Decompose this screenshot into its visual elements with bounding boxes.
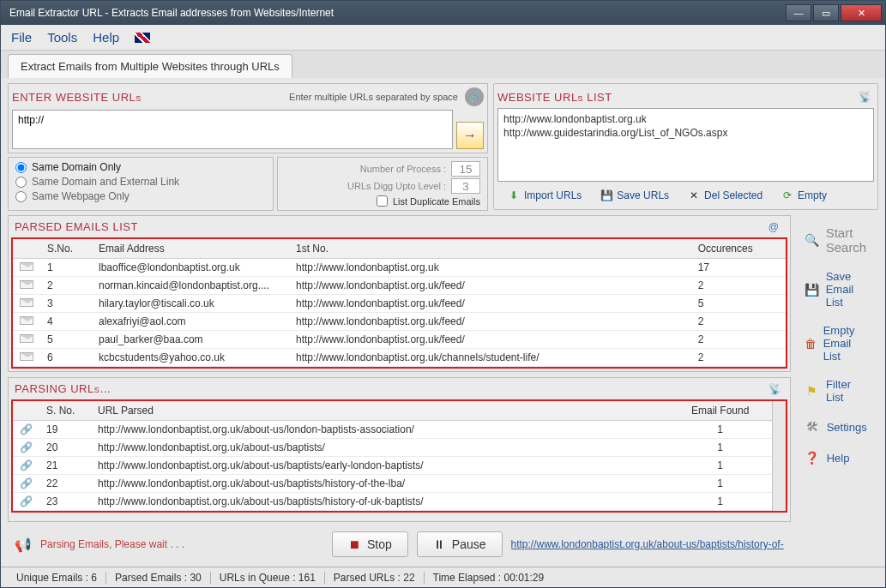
menu-help[interactable]: Help [93,30,119,45]
radio-same-domain[interactable] [15,162,27,173]
pause-icon: ⏸ [433,537,445,551]
minimize-button[interactable]: — [786,4,811,21]
help-icon: ❓ [805,450,820,465]
dup-checkbox[interactable] [377,195,388,207]
filter-icon: ⚑ [805,383,819,399]
settings-button[interactable]: 🛠Settings [801,416,873,438]
menubar: File Tools Help [1,25,885,51]
table-row[interactable]: 🔗23http://www.londonbaptist.org.uk/about… [13,493,772,511]
emails-table-wrap: S.No. Email Address 1st No. Occurences 1… [11,237,787,369]
col-occ[interactable]: Occurences [691,239,786,259]
at-icon: @ [768,221,784,233]
panel-parsing-icon: 📡 [768,383,784,395]
table-row[interactable]: 6kcbcstudents@yahoo.co.ukhttp://www.lond… [13,349,786,367]
parsing-urls-title: PARSING URLs… [15,382,112,395]
link-icon[interactable]: 🔗 [465,87,484,106]
chain-icon: 🔗 [20,441,33,453]
opt-same-external[interactable]: Same Domain and External Link [15,176,266,188]
current-url[interactable]: http://www.londonbaptist.org.uk/about-us… [511,538,784,550]
tab-extract-emails[interactable]: Extract Emails from Multiple Websites th… [8,54,292,78]
enter-url-title: ENTER WEBSITE URLs [12,91,142,104]
mail-icon [20,352,33,361]
mail-icon [20,316,33,325]
search-icon: 🔍 [805,232,819,248]
main-row: PARSED EMAILS LIST @ S.No. Email Address… [8,215,878,561]
url-list[interactable]: http://www.londonbaptist.org.ukhttp://ww… [497,108,874,182]
empty-email-list-button[interactable]: 🗑Empty Email List [801,321,873,366]
url-list-item[interactable]: http://www.guidestarindia.org/List_of_NG… [503,126,868,140]
digg-level-input[interactable] [451,178,480,194]
status-parsed-emails: Parsed Emails : 30 [106,572,211,584]
scrollbar[interactable] [772,401,786,511]
menu-tools[interactable]: Tools [47,30,77,45]
table-row[interactable]: 2norman.kincaid@londonbaptist.org....htt… [13,277,786,295]
url-list-item[interactable]: http://www.londonbaptist.org.uk [503,112,868,126]
table-row[interactable]: 🔗21http://www.londonbaptist.org.uk/about… [13,457,772,475]
url-input[interactable]: http:// [12,110,453,149]
parsing-urls-panel: PARSING URLs… 📡 S. No. URL Parsed Email … [8,377,791,522]
save-email-list-button[interactable]: 💾Save Email List [801,267,873,312]
window-buttons: — ▭ ✕ [784,4,882,21]
help-button[interactable]: ❓Help [801,447,873,469]
table-row[interactable]: 3hilary.taylor@tiscali.co.ukhttp://www.l… [13,295,786,313]
chain-icon: 🔗 [20,423,33,435]
go-button[interactable]: → [456,122,484,149]
num-process-input[interactable] [451,161,480,177]
parsed-emails-title: PARSED EMAILS LIST [15,220,138,233]
statusbar: Unique Emails : 6 Parsed Emails : 30 URL… [1,567,885,587]
table-row[interactable]: 5paul_barker@baa.comhttp://www.londonbap… [13,331,786,349]
table-row[interactable]: 🔗22http://www.londonbaptist.org.uk/about… [13,475,772,493]
col-email[interactable]: Email Address [92,239,289,259]
titlebar: Email Extractor URL - Extracts Email add… [1,1,885,25]
col-p-url[interactable]: URL Parsed [91,401,669,421]
enter-url-panel: ENTER WEBSITE URLs Enter multiple URLs s… [8,83,488,153]
mail-icon [20,334,33,343]
opt-same-webpage[interactable]: Same Webpage Only [15,190,266,202]
table-row[interactable]: 1lbaoffice@londonbaptist.org.ukhttp://ww… [13,259,786,277]
close-button[interactable]: ✕ [841,4,882,21]
radio-same-webpage[interactable] [15,191,27,202]
empty-button[interactable]: ⟳Empty [774,187,834,204]
chain-icon: 🔗 [20,495,33,507]
mail-icon [20,280,33,289]
mail-icon [20,298,33,307]
opt-same-domain[interactable]: Same Domain Only [15,161,266,173]
stop-button[interactable]: ⏹Stop [332,531,408,557]
import-urls-button[interactable]: ⬇Import URLs [501,187,588,204]
status-unique: Unique Emails : 6 [8,572,106,584]
table-row[interactable]: 🔗19http://www.londonbaptist.org.uk/about… [13,421,772,439]
num-process-label: Number of Process : [360,164,446,174]
emails-table[interactable]: S.No. Email Address 1st No. Occurences 1… [13,239,786,367]
start-search-button[interactable]: 🔍Start Search [801,222,873,258]
col-sno[interactable]: S.No. [40,239,92,259]
options-row: Same Domain Only Same Domain and Externa… [8,157,488,211]
delete-icon: ✕ [688,189,700,201]
menu-file[interactable]: File [11,30,32,45]
url-list-title: WEBSITE URLs LIST [497,91,612,104]
table-row[interactable]: 🔗20http://www.londonbaptist.org.uk/about… [13,439,772,457]
process-options: Number of Process : URLs Digg Upto Level… [277,157,488,211]
content-area: ENTER WEBSITE URLs Enter multiple URLs s… [1,78,885,567]
col-p-found[interactable]: Email Found [669,401,772,421]
flag-uk-icon[interactable] [135,33,150,43]
pause-button[interactable]: ⏸Pause [417,531,503,557]
col-first[interactable]: 1st No. [289,239,691,259]
del-selected-button[interactable]: ✕Del Selected [681,187,769,204]
col-p-sno[interactable]: S. No. [39,401,91,421]
enter-url-section: ENTER WEBSITE URLs Enter multiple URLs s… [8,83,488,210]
tab-bar: Extract Emails from Multiple Websites th… [1,51,885,78]
radio-same-external[interactable] [15,177,27,188]
status-queue: URLs in Queue : 161 [211,572,325,584]
dup-label: List Duplicate Emails [393,196,480,207]
parsing-table[interactable]: S. No. URL Parsed Email Found 🔗19http://… [13,401,772,511]
status-message: Parsing Emails, Please wait . . . [40,538,323,550]
filter-list-button[interactable]: ⚑Filter List [801,375,873,407]
maximize-button[interactable]: ▭ [813,4,839,21]
save-urls-button[interactable]: 💾Save URLs [594,187,676,204]
chain-icon: 🔗 [20,459,33,471]
megaphone-icon: 📢 [15,537,32,553]
url-list-panel: WEBSITE URLs LIST 📡 http://www.londonbap… [493,83,878,210]
table-row[interactable]: 4alexafriyi@aol.comhttp://www.londonbapt… [13,313,786,331]
status-parsed-urls: Parsed URLs : 22 [325,572,425,584]
window-title: Email Extractor URL - Extracts Email add… [4,7,784,19]
